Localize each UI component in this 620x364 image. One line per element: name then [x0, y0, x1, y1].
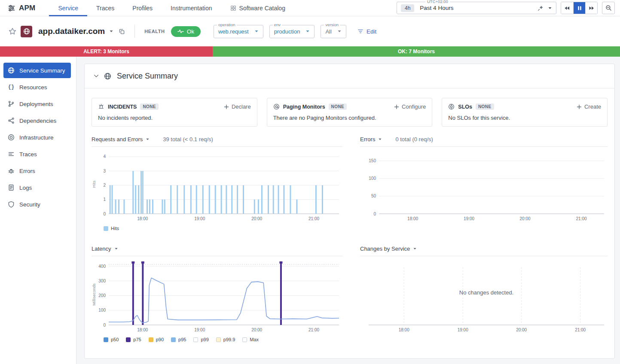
svg-text:18:00: 18:00	[137, 328, 148, 332]
legend-item-p95[interactable]: p95	[171, 337, 186, 342]
declare-incident-button[interactable]: Declare	[224, 103, 251, 110]
time-pause-button[interactable]	[573, 2, 585, 14]
catalog-icon	[230, 5, 236, 11]
chevron-down-icon[interactable]	[114, 247, 118, 251]
version-filter[interactable]: version All	[321, 25, 346, 38]
errors-chart[interactable]: 05010015018:0019:0020:0021:00	[360, 150, 608, 222]
chart-title-dropdown[interactable]: Changes by Service	[360, 246, 410, 252]
alert-monitors-bar[interactable]: ALERT: 3 Monitors	[0, 46, 213, 57]
bug-icon	[8, 167, 15, 174]
legend-swatch	[171, 337, 176, 342]
env-filter[interactable]: env production	[269, 25, 315, 38]
sidebar-item-label: Security	[19, 201, 40, 208]
chart-summary: 39 total (< 0.1 req/s)	[163, 136, 213, 143]
legend-item-p50[interactable]: p50	[104, 337, 119, 342]
svg-text:19:00: 19:00	[194, 328, 205, 332]
sidebar-item-dependencies[interactable]: Dependencies	[3, 113, 71, 128]
svg-text:19:00: 19:00	[194, 216, 205, 221]
apm-brand[interactable]: APM	[5, 4, 38, 12]
time-range-chip[interactable]: 4h	[401, 4, 414, 12]
chevron-down-icon	[337, 29, 342, 33]
tab-profiles[interactable]: Profiles	[123, 0, 162, 16]
branch-icon	[8, 100, 15, 107]
ok-monitors-bar[interactable]: OK: 7 Monitors	[213, 46, 620, 57]
legend-item-p99.9[interactable]: p99.9	[216, 337, 235, 342]
legend-item-Hits[interactable]: Hits	[104, 226, 119, 231]
target-icon	[8, 134, 15, 141]
slo-target-icon	[448, 103, 455, 110]
sidebar-item-deployments[interactable]: Deployments	[3, 96, 71, 112]
sidebar-item-service-summary[interactable]: Service Summary	[3, 63, 71, 78]
svg-text:21:00: 21:00	[576, 216, 587, 221]
operation-filter[interactable]: operation web.request	[214, 25, 263, 38]
time-forward-button[interactable]	[585, 2, 597, 14]
paging-monitors-card: Paging Monitors NONE Configure There are…	[267, 98, 433, 127]
version-filter-value: All	[325, 28, 331, 35]
legend-item-p99[interactable]: p99	[193, 337, 208, 342]
version-filter-label: version	[324, 22, 340, 27]
timezone-label: UTC+02:00	[425, 0, 450, 4]
favorite-star-icon[interactable]	[9, 27, 16, 35]
collapse-chevron-icon[interactable]	[93, 73, 99, 79]
chart-title-dropdown[interactable]: Errors	[360, 136, 375, 143]
chevron-down-icon[interactable]	[378, 137, 382, 141]
sidebar-item-logs[interactable]: Logs	[3, 180, 71, 195]
legend-swatch	[126, 337, 131, 342]
legend-label: Hits	[111, 226, 119, 231]
pager-icon	[273, 103, 280, 110]
svg-text:Milliseconds: Milliseconds	[92, 283, 96, 306]
health-status-badge[interactable]: Ok	[171, 26, 201, 37]
legend-swatch	[193, 337, 198, 342]
chevron-down-icon[interactable]	[548, 6, 552, 10]
svg-text:0: 0	[373, 212, 376, 216]
svg-text:20:00: 20:00	[251, 328, 262, 332]
chart-title-dropdown[interactable]: Requests and Errors	[92, 136, 143, 143]
operation-filter-label: operation	[217, 22, 237, 27]
sidebar-item-resources[interactable]: {} Resources	[3, 79, 71, 95]
status-badge: NONE	[476, 103, 494, 110]
chevron-down-icon[interactable]	[146, 137, 150, 141]
chevron-down-icon	[254, 29, 259, 33]
status-badge: NONE	[140, 103, 159, 110]
latency-chart[interactable]: 010020030040018:0019:0020:0021:00Millise…	[92, 260, 342, 334]
service-summary-panel: Service Summary INCIDENTS NONE Declare N…	[84, 64, 615, 359]
svg-text:No changes detected.: No changes detected.	[459, 289, 513, 296]
pin-icon[interactable]	[538, 5, 544, 11]
time-range-picker[interactable]: UTC+02:00 4h Past 4 Hours	[397, 2, 556, 14]
chart-title-dropdown[interactable]: Latency	[92, 246, 111, 252]
requests-chart[interactable]: 0123418:0019:0020:0021:00Hits	[92, 150, 342, 222]
card-title: SLOs	[458, 104, 472, 110]
svg-text:0: 0	[103, 323, 106, 328]
tab-service[interactable]: Service	[49, 0, 87, 16]
apm-logo-icon	[8, 4, 15, 12]
panel-header: Service Summary	[85, 64, 614, 88]
service-caret-icon[interactable]	[109, 29, 113, 33]
tab-traces[interactable]: Traces	[87, 0, 123, 16]
sidebar-item-label: Dependencies	[19, 118, 56, 124]
chevron-down-icon[interactable]	[413, 247, 417, 251]
tab-software-catalog[interactable]: Software Catalog	[221, 0, 294, 16]
sidebar-item-infrastructure[interactable]: Infrastructure	[3, 130, 71, 145]
tab-instrumentation[interactable]: Instrumentation	[162, 0, 221, 16]
primary-tabs: Service Traces Profiles Instrumentation …	[49, 0, 294, 16]
sidebar-item-traces[interactable]: Traces	[3, 146, 71, 162]
legend-item-Max[interactable]: Max	[242, 337, 259, 342]
chevron-down-icon	[305, 29, 310, 33]
zoom-out-button[interactable]	[602, 2, 615, 14]
card-title: INCIDENTS	[108, 104, 137, 110]
legend-item-p90[interactable]: p90	[149, 337, 164, 342]
errors-svg: 05010015018:0019:0020:0021:00	[360, 150, 608, 222]
svg-text:20:00: 20:00	[516, 328, 527, 332]
create-slo-button[interactable]: Create	[577, 103, 601, 110]
configure-paging-button[interactable]: Configure	[394, 103, 426, 110]
sidebar-item-errors[interactable]: Errors	[3, 163, 71, 179]
copy-icon[interactable]	[119, 28, 125, 35]
changes-chart[interactable]: 18:0019:0020:0021:00No changes detected.	[360, 260, 608, 334]
sidebar-item-security[interactable]: Security	[3, 197, 71, 212]
fast-forward-icon	[589, 6, 594, 10]
time-back-button[interactable]	[561, 2, 573, 14]
changes-by-service-svg: 18:0019:0020:0021:00No changes detected.	[360, 260, 608, 334]
legend-label: p75	[133, 337, 141, 342]
edit-button[interactable]: Edit	[357, 28, 376, 35]
legend-item-p75[interactable]: p75	[126, 337, 141, 342]
